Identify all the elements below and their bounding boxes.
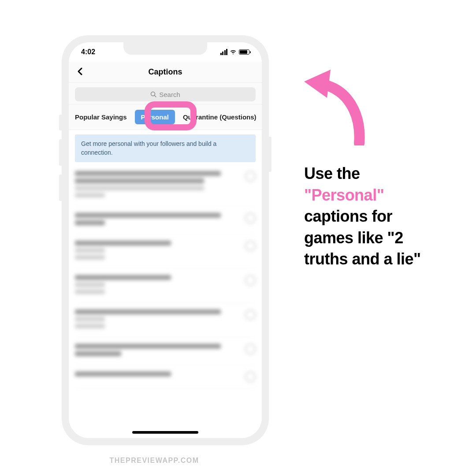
- category-tabs[interactable]: Popular Sayings Personal Quarantine (Que…: [69, 104, 262, 130]
- phone-side-buttons-left: [59, 115, 62, 210]
- wifi-icon: [230, 48, 237, 56]
- list-item[interactable]: [75, 165, 256, 207]
- tab-personal[interactable]: Personal: [135, 110, 175, 124]
- cellular-signal-icon: [220, 49, 228, 55]
- list-item[interactable]: [75, 303, 256, 338]
- list-item[interactable]: [75, 338, 256, 365]
- check-circle-icon[interactable]: [245, 344, 256, 354]
- annotation-rest: captions for games like "2 truths and a …: [304, 207, 421, 268]
- info-banner: Get more personal with your followers an…: [75, 134, 256, 162]
- check-circle-icon[interactable]: [245, 275, 256, 286]
- phone-mockup: 4:02 Captions Search: [62, 35, 269, 445]
- tab-popular-sayings[interactable]: Popular Sayings: [75, 113, 127, 121]
- search-placeholder: Search: [159, 91, 180, 98]
- list-item[interactable]: [75, 269, 256, 303]
- search-icon: [150, 91, 156, 97]
- status-time: 4:02: [81, 48, 95, 56]
- search-input[interactable]: Search: [75, 87, 256, 101]
- annotation-arrow-icon: [300, 66, 375, 145]
- check-circle-icon[interactable]: [245, 309, 256, 320]
- watermark: THEPREVIEWAPP.COM: [0, 457, 309, 465]
- caption-list: [69, 165, 262, 389]
- list-item[interactable]: [75, 207, 256, 234]
- annotation-text: Use the "Personal" captions for games li…: [304, 163, 445, 270]
- list-item[interactable]: [75, 365, 256, 389]
- check-circle-icon[interactable]: [245, 171, 256, 182]
- status-icons: [220, 48, 250, 56]
- list-item[interactable]: [75, 234, 256, 269]
- phone-notch: [123, 42, 207, 55]
- tab-quarantine[interactable]: Quarantine (Questions): [183, 113, 257, 121]
- page-title: Captions: [148, 67, 182, 77]
- check-circle-icon[interactable]: [245, 372, 256, 382]
- nav-header: Captions: [69, 62, 262, 83]
- check-circle-icon[interactable]: [245, 213, 256, 223]
- battery-icon: [239, 49, 249, 55]
- home-indicator[interactable]: [132, 431, 198, 434]
- phone-side-button-right: [269, 137, 271, 172]
- annotation-highlight: "Personal": [304, 186, 384, 204]
- annotation-line1: Use the: [304, 164, 360, 182]
- back-chevron-icon[interactable]: [77, 67, 83, 78]
- check-circle-icon[interactable]: [245, 241, 256, 251]
- phone-screen: 4:02 Captions Search: [69, 42, 262, 438]
- svg-line-1: [155, 96, 156, 97]
- search-row: Search: [69, 83, 262, 104]
